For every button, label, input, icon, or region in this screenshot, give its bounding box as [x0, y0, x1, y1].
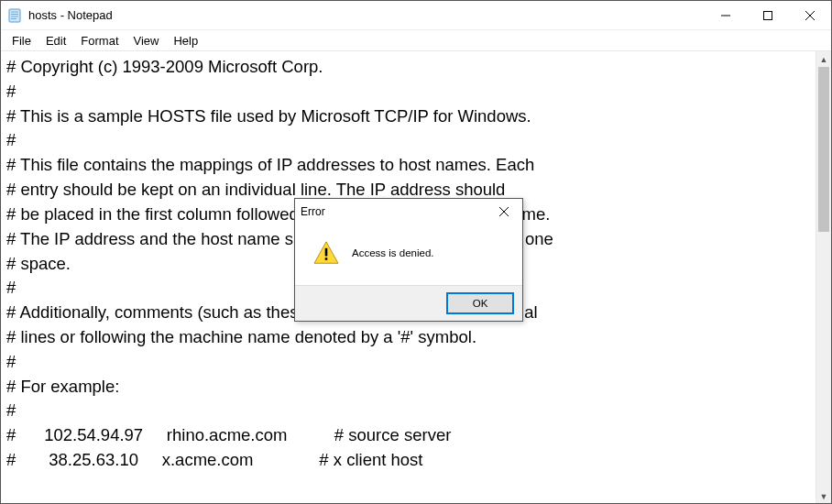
ok-button[interactable]: OK — [447, 293, 513, 313]
warning-icon — [313, 241, 339, 265]
menu-format[interactable]: Format — [73, 33, 126, 49]
scroll-thumb[interactable] — [818, 67, 829, 232]
dialog-message: Access is denied. — [352, 247, 434, 258]
scroll-down-arrow-icon[interactable]: ▼ — [816, 488, 831, 504]
dialog-body: Access is denied. — [295, 225, 522, 286]
titlebar: hosts - Notepad — [1, 1, 831, 30]
menu-file[interactable]: File — [5, 33, 38, 49]
svg-rect-12 — [325, 248, 328, 257]
svg-rect-13 — [325, 257, 328, 260]
menubar: File Edit Format View Help — [1, 30, 831, 50]
maximize-button[interactable] — [747, 1, 789, 29]
menu-view[interactable]: View — [126, 33, 167, 49]
scroll-up-arrow-icon[interactable]: ▲ — [816, 51, 831, 67]
close-button[interactable] — [789, 1, 831, 29]
dialog-title-text: Error — [301, 205, 325, 218]
svg-rect-0 — [9, 9, 20, 22]
notepad-app-icon — [6, 7, 23, 24]
minimize-button[interactable] — [705, 1, 747, 29]
dialog-close-button[interactable] — [491, 202, 517, 222]
vertical-scrollbar[interactable]: ▲ ▼ — [816, 51, 831, 504]
window-title: hosts - Notepad — [28, 8, 113, 22]
error-dialog: Error Access is denied. OK — [294, 198, 523, 322]
menu-edit[interactable]: Edit — [38, 33, 73, 49]
dialog-footer: OK — [295, 286, 522, 321]
svg-rect-6 — [764, 11, 772, 19]
menu-help[interactable]: Help — [166, 33, 205, 49]
dialog-titlebar: Error — [295, 199, 522, 225]
window-controls — [705, 1, 831, 29]
